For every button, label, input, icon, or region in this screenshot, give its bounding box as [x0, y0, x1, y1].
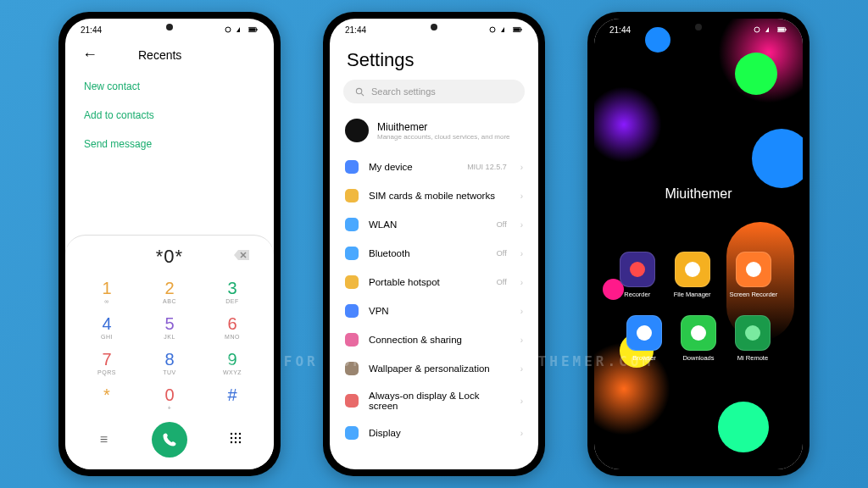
app-screen-recorder[interactable]: Screen Recorder [730, 252, 778, 298]
search-input[interactable]: Search settings [343, 80, 525, 103]
settings-row[interactable]: VPN› [345, 297, 523, 325]
chevron-right-icon: › [520, 278, 523, 287]
settings-value: Off [497, 249, 507, 258]
key-7[interactable]: 7PQRS [75, 346, 138, 381]
phone-dialer: 21:44 ← Recents New contact Add to conta… [58, 12, 281, 476]
key-0[interactable]: 0+ [138, 381, 201, 417]
chevron-right-icon: › [520, 191, 523, 201]
call-button[interactable] [152, 422, 187, 458]
status-time: 21:44 [81, 25, 102, 35]
svg-point-0 [225, 27, 231, 32]
back-button[interactable]: ← [82, 46, 97, 64]
key-3[interactable]: 3DEF [201, 274, 264, 310]
status-icons [487, 26, 523, 33]
settings-row[interactable]: My deviceMIUI 12.5.7› [345, 152, 523, 181]
account-sub: Manage accounts, cloud services, and mor… [377, 133, 510, 141]
settings-icon [345, 247, 359, 260]
statusbar: 21:44 [65, 19, 274, 41]
settings-label: VPN [369, 306, 510, 316]
chevron-right-icon: › [520, 163, 523, 172]
status-icons [223, 26, 259, 33]
settings-row[interactable]: WLANOff› [345, 210, 523, 239]
folder-label: Miuithemer [594, 186, 803, 202]
statusbar: 21:44 [594, 19, 803, 41]
svg-rect-3 [256, 29, 257, 30]
svg-point-7 [230, 437, 231, 439]
svg-rect-15 [514, 28, 520, 30]
settings-row[interactable]: Portable hotspotOff› [345, 268, 523, 297]
settings-label: Wallpaper & personalization [369, 363, 510, 374]
svg-point-5 [234, 433, 236, 435]
svg-point-4 [230, 433, 231, 435]
settings-label: Connection & sharing [369, 335, 510, 345]
status-time: 21:44 [609, 25, 631, 35]
phone-settings: 21:44 Settings Search settings Miuitheme… [323, 12, 545, 476]
search-placeholder: Search settings [371, 86, 436, 97]
account-row[interactable]: Miuithemer Manage accounts, cloud servic… [330, 112, 538, 152]
key-5[interactable]: 5JKL [138, 310, 201, 346]
settings-icon [345, 394, 359, 408]
app-file-manager[interactable]: File Manager [674, 252, 711, 298]
home-screen[interactable]: 21:44 Miuithemer RecorderFile ManagerScr… [594, 19, 803, 469]
settings-icon [345, 189, 359, 202]
phone-home: 21:44 Miuithemer RecorderFile ManagerScr… [587, 12, 810, 476]
settings-label: Always-on display & Lock screen [369, 391, 510, 411]
action-send-message[interactable]: Send message [84, 130, 255, 158]
settings-label: SIM cards & mobile networks [369, 191, 510, 201]
status-time: 21:44 [345, 25, 366, 35]
page-title: Recents [138, 48, 181, 62]
key-2[interactable]: 2ABC [138, 274, 201, 310]
backspace-button[interactable] [233, 249, 250, 264]
svg-point-8 [234, 437, 236, 439]
settings-icon [345, 304, 359, 318]
chevron-right-icon: › [520, 249, 523, 258]
svg-rect-21 [778, 28, 785, 30]
chevron-right-icon: › [520, 220, 523, 230]
action-add-to-contacts[interactable]: Add to contacts [84, 101, 255, 130]
settings-row[interactable]: Wallpaper & personalization› [345, 354, 523, 383]
svg-point-19 [754, 27, 760, 32]
settings-icon [345, 218, 359, 231]
svg-line-18 [361, 93, 364, 96]
svg-point-13 [490, 27, 495, 32]
key-6[interactable]: 6MNO [201, 310, 264, 346]
account-name: Miuithemer [377, 121, 510, 133]
key-9[interactable]: 9WXYZ [201, 346, 264, 381]
settings-title: Settings [330, 41, 538, 80]
settings-value: Off [497, 220, 507, 229]
settings-icon [345, 426, 359, 440]
settings-icon [345, 275, 359, 289]
settings-row[interactable]: BluetoothOff› [345, 239, 523, 268]
key-8[interactable]: 8TUV [138, 346, 201, 381]
app-mi-remote[interactable]: Mi Remote [735, 315, 771, 362]
svg-point-12 [238, 441, 240, 443]
svg-rect-2 [249, 28, 256, 30]
key-1[interactable]: 1∞ [75, 274, 138, 310]
chevron-right-icon: › [520, 307, 523, 316]
dialed-number: *0* [156, 246, 183, 268]
grid-button[interactable] [227, 432, 244, 447]
settings-value: MIUI 12.5.7 [467, 163, 507, 171]
settings-row[interactable]: Display› [345, 419, 523, 447]
settings-label: Display [369, 428, 510, 438]
app-downloads[interactable]: Downloads [681, 315, 716, 362]
settings-row[interactable]: SIM cards & mobile networks› [345, 181, 523, 210]
settings-label: WLAN [369, 219, 487, 230]
dialpad: *0* 1∞2ABC3DEF4GHI5JKL6MNO7PQRS8TUV9WXYZ… [65, 235, 274, 469]
chevron-right-icon: › [520, 396, 523, 406]
settings-icon [345, 362, 359, 375]
app-recorder[interactable]: Recorder [620, 252, 655, 298]
settings-value: Off [497, 278, 507, 286]
settings-row[interactable]: Always-on display & Lock screen› [345, 383, 523, 419]
svg-point-11 [234, 441, 236, 443]
key-4[interactable]: 4GHI [75, 310, 138, 346]
chevron-right-icon: › [520, 336, 523, 345]
app-browser[interactable]: Browser [626, 315, 662, 362]
key-*[interactable]: * [75, 381, 138, 417]
action-new-contact[interactable]: New contact [84, 72, 255, 101]
key-#[interactable]: # [201, 381, 264, 417]
menu-button[interactable]: ≡ [95, 432, 112, 447]
avatar [345, 119, 369, 142]
settings-label: My device [369, 162, 457, 172]
settings-row[interactable]: Connection & sharing› [345, 325, 523, 354]
